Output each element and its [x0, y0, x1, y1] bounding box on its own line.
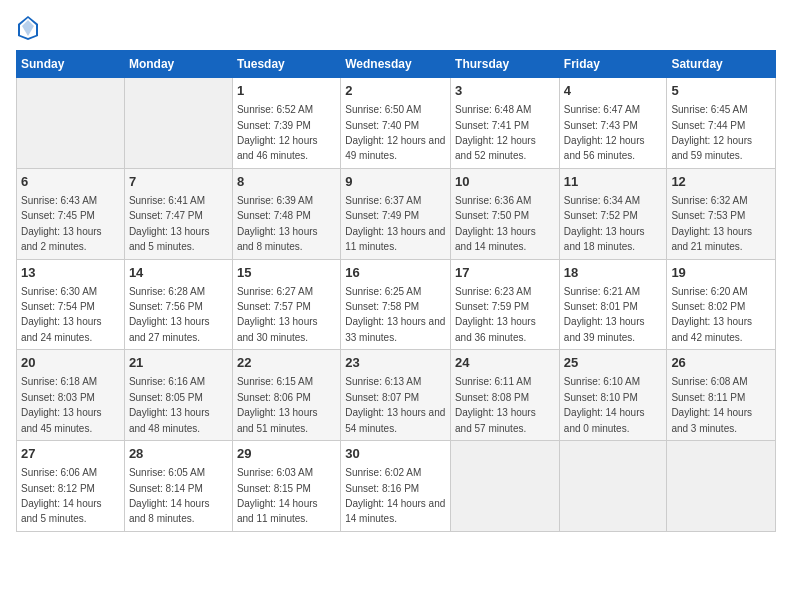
week-row: 13Sunrise: 6:30 AMSunset: 7:54 PMDayligh…: [17, 259, 776, 350]
calendar-cell: 30Sunrise: 6:02 AMSunset: 8:16 PMDayligh…: [341, 441, 451, 532]
day-number: 7: [129, 173, 228, 191]
day-number: 19: [671, 264, 771, 282]
day-info: Sunrise: 6:47 AMSunset: 7:43 PMDaylight:…: [564, 104, 645, 161]
day-number: 3: [455, 82, 555, 100]
day-header-saturday: Saturday: [667, 51, 776, 78]
calendar-cell: 23Sunrise: 6:13 AMSunset: 8:07 PMDayligh…: [341, 350, 451, 441]
calendar-cell: 24Sunrise: 6:11 AMSunset: 8:08 PMDayligh…: [451, 350, 560, 441]
day-info: Sunrise: 6:28 AMSunset: 7:56 PMDaylight:…: [129, 286, 210, 343]
day-number: 23: [345, 354, 446, 372]
day-number: 29: [237, 445, 336, 463]
calendar-cell: 28Sunrise: 6:05 AMSunset: 8:14 PMDayligh…: [124, 441, 232, 532]
day-info: Sunrise: 6:39 AMSunset: 7:48 PMDaylight:…: [237, 195, 318, 252]
calendar-cell: 12Sunrise: 6:32 AMSunset: 7:53 PMDayligh…: [667, 168, 776, 259]
day-number: 14: [129, 264, 228, 282]
day-number: 10: [455, 173, 555, 191]
day-number: 13: [21, 264, 120, 282]
day-number: 30: [345, 445, 446, 463]
day-number: 24: [455, 354, 555, 372]
day-info: Sunrise: 6:52 AMSunset: 7:39 PMDaylight:…: [237, 104, 318, 161]
calendar-cell: 14Sunrise: 6:28 AMSunset: 7:56 PMDayligh…: [124, 259, 232, 350]
day-info: Sunrise: 6:27 AMSunset: 7:57 PMDaylight:…: [237, 286, 318, 343]
day-info: Sunrise: 6:48 AMSunset: 7:41 PMDaylight:…: [455, 104, 536, 161]
calendar-cell: 25Sunrise: 6:10 AMSunset: 8:10 PMDayligh…: [559, 350, 667, 441]
calendar-cell: 18Sunrise: 6:21 AMSunset: 8:01 PMDayligh…: [559, 259, 667, 350]
day-number: 22: [237, 354, 336, 372]
day-info: Sunrise: 6:08 AMSunset: 8:11 PMDaylight:…: [671, 376, 752, 433]
day-info: Sunrise: 6:43 AMSunset: 7:45 PMDaylight:…: [21, 195, 102, 252]
calendar-cell: 11Sunrise: 6:34 AMSunset: 7:52 PMDayligh…: [559, 168, 667, 259]
calendar-cell: 8Sunrise: 6:39 AMSunset: 7:48 PMDaylight…: [232, 168, 340, 259]
day-number: 8: [237, 173, 336, 191]
day-number: 16: [345, 264, 446, 282]
calendar-cell: 13Sunrise: 6:30 AMSunset: 7:54 PMDayligh…: [17, 259, 125, 350]
calendar-table: SundayMondayTuesdayWednesdayThursdayFrid…: [16, 50, 776, 532]
day-info: Sunrise: 6:34 AMSunset: 7:52 PMDaylight:…: [564, 195, 645, 252]
day-number: 26: [671, 354, 771, 372]
day-info: Sunrise: 6:13 AMSunset: 8:07 PMDaylight:…: [345, 376, 445, 433]
day-info: Sunrise: 6:32 AMSunset: 7:53 PMDaylight:…: [671, 195, 752, 252]
week-row: 20Sunrise: 6:18 AMSunset: 8:03 PMDayligh…: [17, 350, 776, 441]
week-row: 27Sunrise: 6:06 AMSunset: 8:12 PMDayligh…: [17, 441, 776, 532]
calendar-cell: 27Sunrise: 6:06 AMSunset: 8:12 PMDayligh…: [17, 441, 125, 532]
day-info: Sunrise: 6:25 AMSunset: 7:58 PMDaylight:…: [345, 286, 445, 343]
day-number: 9: [345, 173, 446, 191]
day-info: Sunrise: 6:30 AMSunset: 7:54 PMDaylight:…: [21, 286, 102, 343]
day-info: Sunrise: 6:02 AMSunset: 8:16 PMDaylight:…: [345, 467, 445, 524]
calendar-cell: 10Sunrise: 6:36 AMSunset: 7:50 PMDayligh…: [451, 168, 560, 259]
calendar-cell: 15Sunrise: 6:27 AMSunset: 7:57 PMDayligh…: [232, 259, 340, 350]
day-info: Sunrise: 6:50 AMSunset: 7:40 PMDaylight:…: [345, 104, 445, 161]
day-info: Sunrise: 6:20 AMSunset: 8:02 PMDaylight:…: [671, 286, 752, 343]
day-number: 15: [237, 264, 336, 282]
day-info: Sunrise: 6:36 AMSunset: 7:50 PMDaylight:…: [455, 195, 536, 252]
calendar-cell: 7Sunrise: 6:41 AMSunset: 7:47 PMDaylight…: [124, 168, 232, 259]
calendar-cell: 16Sunrise: 6:25 AMSunset: 7:58 PMDayligh…: [341, 259, 451, 350]
day-info: Sunrise: 6:10 AMSunset: 8:10 PMDaylight:…: [564, 376, 645, 433]
day-number: 6: [21, 173, 120, 191]
calendar-cell: [17, 78, 125, 169]
calendar-cell: 20Sunrise: 6:18 AMSunset: 8:03 PMDayligh…: [17, 350, 125, 441]
header-row: SundayMondayTuesdayWednesdayThursdayFrid…: [17, 51, 776, 78]
day-info: Sunrise: 6:23 AMSunset: 7:59 PMDaylight:…: [455, 286, 536, 343]
day-info: Sunrise: 6:21 AMSunset: 8:01 PMDaylight:…: [564, 286, 645, 343]
day-header-sunday: Sunday: [17, 51, 125, 78]
day-info: Sunrise: 6:16 AMSunset: 8:05 PMDaylight:…: [129, 376, 210, 433]
day-info: Sunrise: 6:37 AMSunset: 7:49 PMDaylight:…: [345, 195, 445, 252]
calendar-cell: 17Sunrise: 6:23 AMSunset: 7:59 PMDayligh…: [451, 259, 560, 350]
calendar-cell: 21Sunrise: 6:16 AMSunset: 8:05 PMDayligh…: [124, 350, 232, 441]
calendar-cell: 2Sunrise: 6:50 AMSunset: 7:40 PMDaylight…: [341, 78, 451, 169]
day-header-tuesday: Tuesday: [232, 51, 340, 78]
day-info: Sunrise: 6:45 AMSunset: 7:44 PMDaylight:…: [671, 104, 752, 161]
day-info: Sunrise: 6:05 AMSunset: 8:14 PMDaylight:…: [129, 467, 210, 524]
calendar-cell: [124, 78, 232, 169]
day-number: 12: [671, 173, 771, 191]
calendar-cell: [667, 441, 776, 532]
day-info: Sunrise: 6:41 AMSunset: 7:47 PMDaylight:…: [129, 195, 210, 252]
day-header-wednesday: Wednesday: [341, 51, 451, 78]
day-number: 1: [237, 82, 336, 100]
day-number: 5: [671, 82, 771, 100]
day-info: Sunrise: 6:11 AMSunset: 8:08 PMDaylight:…: [455, 376, 536, 433]
week-row: 6Sunrise: 6:43 AMSunset: 7:45 PMDaylight…: [17, 168, 776, 259]
day-number: 20: [21, 354, 120, 372]
logo-icon: [18, 16, 38, 40]
week-row: 1Sunrise: 6:52 AMSunset: 7:39 PMDaylight…: [17, 78, 776, 169]
day-number: 18: [564, 264, 663, 282]
day-number: 4: [564, 82, 663, 100]
day-header-thursday: Thursday: [451, 51, 560, 78]
calendar-cell: 3Sunrise: 6:48 AMSunset: 7:41 PMDaylight…: [451, 78, 560, 169]
page-header: [16, 16, 776, 40]
calendar-cell: 26Sunrise: 6:08 AMSunset: 8:11 PMDayligh…: [667, 350, 776, 441]
calendar-cell: 19Sunrise: 6:20 AMSunset: 8:02 PMDayligh…: [667, 259, 776, 350]
day-info: Sunrise: 6:18 AMSunset: 8:03 PMDaylight:…: [21, 376, 102, 433]
day-number: 17: [455, 264, 555, 282]
day-header-friday: Friday: [559, 51, 667, 78]
calendar-cell: 22Sunrise: 6:15 AMSunset: 8:06 PMDayligh…: [232, 350, 340, 441]
calendar-cell: 29Sunrise: 6:03 AMSunset: 8:15 PMDayligh…: [232, 441, 340, 532]
calendar-cell: 4Sunrise: 6:47 AMSunset: 7:43 PMDaylight…: [559, 78, 667, 169]
logo: [16, 16, 42, 40]
day-number: 11: [564, 173, 663, 191]
day-info: Sunrise: 6:15 AMSunset: 8:06 PMDaylight:…: [237, 376, 318, 433]
calendar-cell: [451, 441, 560, 532]
day-number: 2: [345, 82, 446, 100]
